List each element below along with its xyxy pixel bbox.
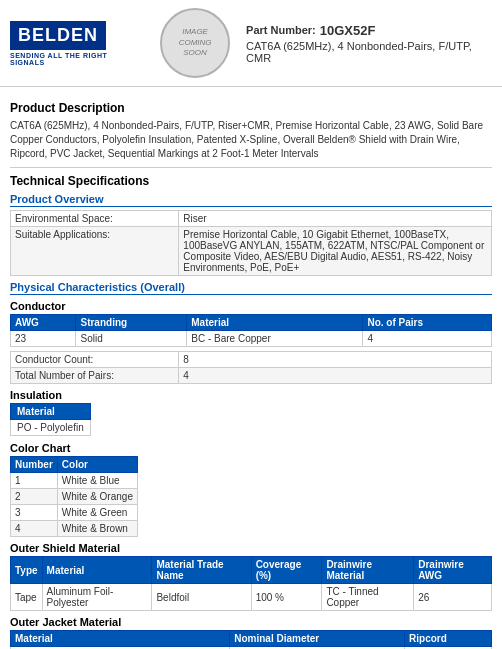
count-label: Total Number of Pairs:: [11, 368, 179, 384]
outer-shield-label: Outer Shield Material: [10, 542, 492, 554]
table-row: 2 White & Orange: [11, 489, 138, 505]
column-header: Drainwire AWG: [414, 557, 492, 584]
table-cell: Aluminum Foil-Polyester: [42, 584, 152, 611]
table-cell: Tape: [11, 584, 43, 611]
column-header: Material: [11, 631, 230, 647]
technical-specifications-title: Technical Specifications: [10, 174, 492, 188]
table-row: Tape Aluminum Foil-Polyester Beldfoil 10…: [11, 584, 492, 611]
main-content: Product Description CAT6A (625MHz), 4 No…: [0, 87, 502, 649]
column-header: Number: [11, 457, 58, 473]
table-row: 3 White & Green: [11, 505, 138, 521]
outer-jacket-label: Outer Jacket Material: [10, 616, 492, 628]
table-cell: 100 %: [251, 584, 322, 611]
table-cell: 26: [414, 584, 492, 611]
product-description-text: CAT6A (625MHz), 4 Nonbonded-Pairs, F/UTP…: [10, 119, 492, 161]
table-row: Total Number of Pairs: 4: [11, 368, 492, 384]
conductor-label: Conductor: [10, 300, 492, 312]
column-header: Material: [42, 557, 152, 584]
header: BELDEN SENDING ALL THE RIGHT SIGNALS IMA…: [0, 0, 502, 87]
product-description-title: Product Description: [10, 101, 492, 115]
table-cell-label: Environmental Space:: [11, 211, 179, 227]
image-placeholder-text: IMAGECOMINGSOON: [179, 27, 212, 58]
table-cell: 2: [11, 489, 58, 505]
table-cell: White & Blue: [57, 473, 137, 489]
table-cell-value: Riser: [179, 211, 492, 227]
divider-1: [10, 167, 492, 168]
count-label: Conductor Count:: [11, 352, 179, 368]
outer-jacket-table: MaterialNominal DiameterRipcord PVC - Po…: [10, 630, 492, 649]
table-cell: PO - Polyolefin: [11, 420, 91, 436]
part-number-line: Part Number: 10GX52F: [246, 23, 492, 38]
column-header: Material Trade Name: [152, 557, 251, 584]
insulation-label: Insulation: [10, 389, 492, 401]
part-number-label: Part Number:: [246, 24, 316, 36]
column-header: AWG: [11, 315, 76, 331]
table-row: 23 Solid BC - Bare Copper 4: [11, 331, 492, 347]
table-cell: 23: [11, 331, 76, 347]
conductor-counts-table: Conductor Count: 8 Total Number of Pairs…: [10, 351, 492, 384]
table-cell: 4: [363, 331, 492, 347]
physical-characteristics-subtitle: Physical Characteristics (Overall): [10, 281, 492, 295]
part-info: Part Number: 10GX52F CAT6A (625MHz), 4 N…: [246, 23, 492, 64]
table-row: PO - Polyolefin: [11, 420, 91, 436]
table-row: Environmental Space:Riser: [11, 211, 492, 227]
part-number-value: 10GX52F: [320, 23, 376, 38]
table-cell: Solid: [76, 331, 187, 347]
count-value: 8: [179, 352, 492, 368]
table-cell: 1: [11, 473, 58, 489]
table-cell-label: Suitable Applications:: [11, 227, 179, 276]
table-row: 4 White & Brown: [11, 521, 138, 537]
table-cell: White & Green: [57, 505, 137, 521]
column-header: Stranding: [76, 315, 187, 331]
product-image-placeholder: IMAGECOMINGSOON: [160, 8, 230, 78]
table-cell: BC - Bare Copper: [187, 331, 363, 347]
column-header: Coverage (%): [251, 557, 322, 584]
column-header: Material: [187, 315, 363, 331]
logo-area: BELDEN SENDING ALL THE RIGHT SIGNALS: [10, 21, 140, 66]
table-cell: 4: [11, 521, 58, 537]
product-short-description: CAT6A (625MHz), 4 Nonbonded-Pairs, F/UTP…: [246, 40, 492, 64]
table-cell: TC - Tinned Copper: [322, 584, 414, 611]
table-cell: White & Orange: [57, 489, 137, 505]
logo-tagline: SENDING ALL THE RIGHT SIGNALS: [10, 52, 140, 66]
count-value: 4: [179, 368, 492, 384]
belden-logo: BELDEN: [10, 21, 106, 50]
product-overview-table: Environmental Space:RiserSuitable Applic…: [10, 210, 492, 276]
column-header: Nominal Diameter: [230, 631, 405, 647]
column-header: Type: [11, 557, 43, 584]
product-overview-subtitle: Product Overview: [10, 193, 492, 207]
color-chart-label: Color Chart: [10, 442, 492, 454]
column-header: Material: [11, 404, 91, 420]
column-header: Color: [57, 457, 137, 473]
insulation-table: Material PO - Polyolefin: [10, 403, 91, 436]
table-row: Conductor Count: 8: [11, 352, 492, 368]
table-cell: Beldfoil: [152, 584, 251, 611]
table-row: 1 White & Blue: [11, 473, 138, 489]
color-chart-table: NumberColor 1 White & Blue 2 White & Ora…: [10, 456, 138, 537]
conductor-table: AWGStrandingMaterialNo. of Pairs 23 Soli…: [10, 314, 492, 347]
table-row: Suitable Applications:Premise Horizontal…: [11, 227, 492, 276]
column-header: Ripcord: [405, 631, 492, 647]
table-cell: 3: [11, 505, 58, 521]
table-cell: White & Brown: [57, 521, 137, 537]
column-header: No. of Pairs: [363, 315, 492, 331]
outer-shield-table: TypeMaterialMaterial Trade NameCoverage …: [10, 556, 492, 611]
table-cell-value: Premise Horizontal Cable, 10 Gigabit Eth…: [179, 227, 492, 276]
column-header: Drainwire Material: [322, 557, 414, 584]
